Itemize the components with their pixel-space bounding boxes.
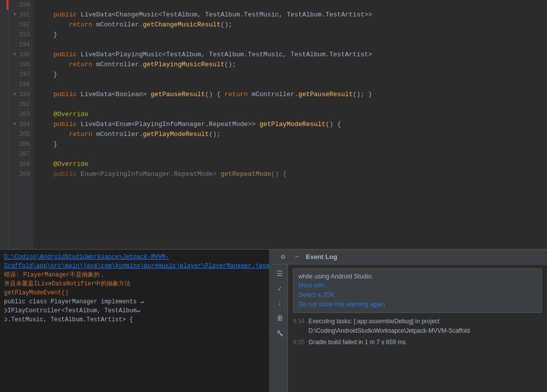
line-209: 209	[11, 169, 30, 179]
line-191: ▼191	[11, 10, 30, 20]
fold-191[interactable]: ▼	[12, 12, 17, 17]
bottom-panel: D:\Coding\AndroidStudioWorksapce\Jetpack…	[0, 249, 547, 392]
select-jdk-link[interactable]: Select a JDK	[298, 291, 334, 298]
line-192: 192	[11, 20, 30, 30]
code-line-197: }	[38, 70, 547, 80]
code-content: public LiveData<ChangeMusic<TestAlbum, T…	[34, 0, 547, 249]
gear-icon[interactable]: ⚙	[278, 252, 288, 262]
code-line-191: public LiveData<ChangeMusic<TestAlbum, T…	[38, 10, 547, 20]
code-line-194	[38, 40, 547, 50]
code-line-193: }	[38, 30, 547, 40]
event-entry-2: 9:35 Gradle build failed in 1 m 7 s 659 …	[293, 338, 542, 347]
line-206: 206	[11, 139, 30, 149]
code-line-198	[38, 80, 547, 90]
line-numbers: 190 ▼191 192 193 194 ▼195 196 197 198 ▼1…	[9, 0, 34, 249]
terminal-path[interactable]: D:\Coding\AndroidStudioWorksapce\Jetpack…	[4, 254, 269, 269]
code-line-206: }	[38, 139, 547, 149]
code-line-190	[38, 0, 547, 10]
terminal-panel: D:\Coding\AndroidStudioWorksapce\Jetpack…	[0, 250, 269, 392]
code-line-207	[38, 149, 547, 159]
event-log-entries: while using Android Studio. More info...…	[288, 264, 547, 392]
list-icon-btn[interactable]: ☰	[274, 267, 286, 279]
line-208: 208	[11, 159, 30, 169]
terminal-path-line: D:\Coding\AndroidStudioWorksapce\Jetpack…	[4, 253, 265, 270]
event-log-sidebar: ☰ ✓ ↓ 🗑 🔧	[272, 264, 288, 392]
error-marker	[6, 0, 8, 10]
line-199: ▼199	[11, 90, 30, 100]
line-195: ▼195	[11, 50, 30, 60]
event-time-1: 9:34	[293, 317, 304, 336]
event-log-body: ☰ ✓ ↓ 🗑 🔧 while using Android Studio. Mo…	[272, 264, 547, 392]
line-202: 202	[11, 100, 30, 110]
line-197: 197	[11, 70, 30, 80]
line-193: 193	[11, 30, 30, 40]
code-wrapper: 190 ▼191 192 193 194 ▼195 196 197 198 ▼1…	[9, 0, 547, 249]
code-line-202	[38, 100, 547, 110]
event-message-1: Executing tasks: [:app:assembleDebug] in…	[308, 317, 470, 326]
line-194: 194	[11, 40, 30, 50]
event-entry-1: 9:34 Executing tasks: [:app:assembleDebu…	[293, 317, 542, 336]
code-editor: 190 ▼191 192 193 194 ▼195 196 197 198 ▼1…	[0, 0, 547, 249]
warning-text: while using Android Studio.	[298, 272, 537, 281]
line-198: 198	[11, 80, 30, 90]
check-icon-btn[interactable]: ✓	[274, 282, 286, 294]
line-204: ▼204	[11, 120, 30, 130]
terminal-error-2: 并且未覆盖ILiveDataNotifier中的抽象方法	[4, 279, 265, 288]
event-path-1: D:\Coding\AndroidStudioWorksapce\Jetpack…	[308, 326, 470, 336]
event-log-panel: ⚙ − Event Log ☰ ✓ ↓ 🗑 🔧 while using Andr…	[272, 250, 547, 392]
event-time-2: 9:35	[293, 338, 304, 347]
more-info-link-row: More info...	[298, 281, 537, 290]
terminal-code-2: ↄIPlayController<TestAlbum, TestAlbum↵	[4, 306, 265, 315]
fold-204[interactable]: ▼	[12, 122, 17, 127]
line-190: 190	[11, 0, 30, 10]
code-line-205: return mController.getPlayModeResult();	[38, 130, 547, 139]
code-line-203: @Override	[38, 110, 547, 120]
download-icon-btn[interactable]: ↓	[274, 297, 286, 309]
terminal-content: D:\Coding\AndroidStudioWorksapce\Jetpack…	[0, 250, 269, 392]
fold-199[interactable]: ▼	[12, 92, 17, 97]
code-line-195: public LiveData<PlayingMusic<TestAlbum, …	[38, 50, 547, 60]
minimize-icon[interactable]: −	[292, 252, 302, 262]
trash-icon-btn[interactable]: 🗑	[274, 312, 286, 324]
line-196: 196	[11, 60, 30, 70]
line-203: 203	[11, 110, 30, 120]
terminal-error-3: getPlayModeEvent()	[4, 288, 265, 297]
terminal-code-1: public class PlayerManager implements ↵	[4, 297, 265, 306]
select-jdk-link-row: Select a JDK	[298, 290, 537, 300]
event-message-2: Gradle build failed in 1 m 7 s 659 ms	[308, 338, 406, 347]
wrench-icon-btn[interactable]: 🔧	[274, 327, 286, 339]
fold-195[interactable]: ▼	[12, 52, 17, 57]
code-line-196: return mController.getPlayingMusicResult…	[38, 60, 547, 70]
warning-box: while using Android Studio. More info...…	[293, 268, 542, 313]
event-log-title: Event Log	[306, 253, 337, 261]
line-207: 207	[11, 149, 30, 159]
do-not-show-link[interactable]: Do not show this warning again	[298, 301, 385, 308]
terminal-code-3: ↄ.TestMusic, TestAlbum.TestArtist> {	[4, 315, 265, 324]
event-message-1-content: Executing tasks: [:app:assembleDebug] in…	[308, 317, 470, 336]
event-log-header: ⚙ − Event Log	[272, 250, 547, 264]
do-not-show-link-row: Do not show this warning again	[298, 300, 537, 309]
code-line-208: @Override	[38, 159, 547, 169]
more-info-link[interactable]: More info...	[298, 282, 330, 289]
left-sidebar	[0, 0, 9, 249]
code-line-199: public LiveData<Boolean> getPauseResult(…	[38, 90, 547, 100]
code-line-204: public LiveData<Enum<PlayingInfoManager.…	[38, 120, 547, 130]
code-line-192: return mController.getChangeMusicResult(…	[38, 20, 547, 30]
line-205: 205	[11, 130, 30, 139]
code-line-209: public Enum<PlayingInfoManager.RepeatMod…	[38, 169, 547, 179]
terminal-error-1: 错误: PlayerManager不是抽象的，	[4, 270, 265, 279]
